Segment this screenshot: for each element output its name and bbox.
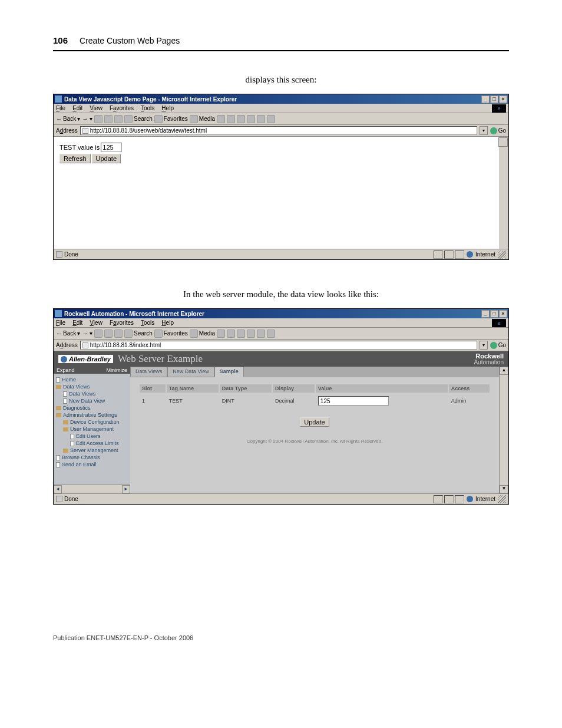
sidebar-item-edit-access[interactable]: Edit Access Limits <box>56 440 128 447</box>
menu-tools[interactable]: Tools <box>141 105 154 111</box>
media-button[interactable]: Media <box>190 115 215 123</box>
window-title: Rockwell Automation - Microsoft Internet… <box>64 311 204 317</box>
sidebar-item-send-email[interactable]: Send an Email <box>56 461 128 468</box>
page-content: TEST value is Refresh Update <box>54 137 508 249</box>
edit-icon[interactable] <box>247 115 255 123</box>
scroll-up-icon[interactable]: ▲ <box>500 367 508 375</box>
tab-data-views[interactable]: Data Views <box>130 367 167 377</box>
go-button[interactable]: Go <box>490 127 506 134</box>
sidebar-item-new-data-view[interactable]: New Data View <box>56 397 128 404</box>
edit-icon[interactable] <box>247 330 255 338</box>
stop-icon[interactable] <box>94 115 103 123</box>
page-icon <box>82 128 88 134</box>
forward-button[interactable]: → ▾ <box>82 116 92 122</box>
media-button[interactable]: Media <box>190 330 215 338</box>
sidebar-item-edit-users[interactable]: Edit Users <box>56 433 128 440</box>
search-button[interactable]: Search <box>124 115 153 123</box>
history-icon[interactable] <box>217 115 225 123</box>
menu-bar: File Edit View Favorites Tools Help e <box>54 104 508 113</box>
discuss-icon[interactable] <box>257 115 265 123</box>
window-title: Data View Javascript Demo Page - Microso… <box>64 96 237 103</box>
messenger-icon[interactable] <box>267 330 275 338</box>
print-icon[interactable] <box>237 115 245 123</box>
update-button[interactable]: Update <box>92 154 121 163</box>
sidebar-item-device-config[interactable]: Device Configuration <box>56 419 128 426</box>
address-bar: Address http://10.88.81.8/user/web/datav… <box>54 125 508 137</box>
sidebar-item-admin[interactable]: Administrative Settings <box>56 411 128 419</box>
menu-view[interactable]: View <box>90 319 103 326</box>
tab-new-data-view[interactable]: New Data View <box>167 367 214 377</box>
minimize-button[interactable]: _ <box>481 95 490 103</box>
minimize-button[interactable]: _ <box>481 310 490 318</box>
address-input[interactable]: http://10.88.81.8/index.html <box>80 341 477 350</box>
titlebar[interactable]: Rockwell Automation - Microsoft Internet… <box>54 309 508 318</box>
history-icon[interactable] <box>217 330 225 338</box>
back-button[interactable]: ← Back ▾ <box>56 330 80 337</box>
sidebar-item-home[interactable]: Home <box>56 376 128 383</box>
maximize-button[interactable]: □ <box>490 95 498 103</box>
close-button[interactable]: × <box>499 310 507 318</box>
menu-file[interactable]: File <box>56 319 65 326</box>
address-dropdown[interactable]: ▾ <box>480 126 488 135</box>
address-input[interactable]: http://10.88.81.8/user/web/dataview/test… <box>80 126 477 135</box>
menu-favorites[interactable]: Favorites <box>110 105 134 111</box>
home-icon[interactable] <box>114 115 123 123</box>
menu-tools[interactable]: Tools <box>141 319 154 326</box>
col-tag-name: Tag Name <box>167 384 219 393</box>
sidebar-item-server-mgmt[interactable]: Server Management <box>56 447 128 454</box>
home-icon[interactable] <box>114 330 123 338</box>
address-dropdown[interactable]: ▾ <box>480 341 488 350</box>
resize-grip[interactable] <box>498 251 506 259</box>
discuss-icon[interactable] <box>257 330 265 338</box>
copyright-text: Copyright © 2004 Rockwell Automation, In… <box>138 439 491 444</box>
print-icon[interactable] <box>237 330 245 338</box>
refresh-icon[interactable] <box>104 115 113 123</box>
menu-edit[interactable]: Edit <box>72 319 82 326</box>
refresh-icon[interactable] <box>104 330 113 338</box>
sidebar: Expand Minimize Home Data Views Data Vie… <box>54 367 130 493</box>
maximize-button[interactable]: □ <box>490 310 498 318</box>
close-button[interactable]: × <box>499 95 507 103</box>
sidebar-item-data-views-sub[interactable]: Data Views <box>56 390 128 397</box>
update-button[interactable]: Update <box>300 417 329 427</box>
titlebar[interactable]: Data View Javascript Demo Page - Microso… <box>54 94 508 104</box>
favorites-button[interactable]: Favorites <box>154 330 188 338</box>
menu-help[interactable]: Help <box>161 105 174 111</box>
sidebar-item-data-views[interactable]: Data Views <box>56 383 128 390</box>
refresh-button[interactable]: Refresh <box>59 154 91 163</box>
mail-icon[interactable] <box>227 115 235 123</box>
sidebar-scrollbar[interactable]: ◄ ► <box>54 485 130 493</box>
scroll-down-icon[interactable]: ▼ <box>500 485 508 493</box>
sidebar-item-user-mgmt[interactable]: User Management <box>56 426 128 433</box>
scroll-right-icon[interactable]: ► <box>122 485 130 493</box>
value-input[interactable] <box>318 396 389 406</box>
resize-grip[interactable] <box>498 495 506 503</box>
toolbar: ← Back ▾ → ▾ Search Favorites Media <box>54 328 508 340</box>
test-value-input[interactable] <box>101 143 122 152</box>
vertical-scrollbar[interactable]: ▲ ▼ <box>499 367 508 493</box>
status-done: Done <box>64 496 78 502</box>
search-button[interactable]: Search <box>124 330 153 338</box>
messenger-icon[interactable] <box>267 115 275 123</box>
menu-edit[interactable]: Edit <box>72 105 82 111</box>
sidebar-item-browse-chassis[interactable]: Browse Chassis <box>56 454 128 461</box>
tab-sample[interactable]: Sample <box>214 367 244 377</box>
favorites-button[interactable]: Favorites <box>154 115 188 123</box>
scroll-left-icon[interactable]: ◄ <box>54 485 62 493</box>
sidebar-item-diagnostics[interactable]: Diagnostics <box>56 404 128 411</box>
cell-display: Decimal <box>273 394 315 408</box>
back-button[interactable]: ← Back ▾ <box>56 116 80 122</box>
mail-icon[interactable] <box>227 330 235 338</box>
menu-favorites[interactable]: Favorites <box>110 319 134 326</box>
expand-link[interactable]: Expand <box>57 367 75 373</box>
go-button[interactable]: Go <box>490 342 506 349</box>
table-header-row: Slot Tag Name Data Type Display Value Ac… <box>140 384 490 393</box>
minimize-link[interactable]: Minimize <box>106 367 127 373</box>
stop-icon[interactable] <box>94 330 103 338</box>
menu-help[interactable]: Help <box>161 319 174 326</box>
menu-view[interactable]: View <box>90 105 103 111</box>
caption-1: displays this screen: <box>53 75 509 85</box>
app-title: Web Server Example <box>118 353 203 365</box>
menu-file[interactable]: File <box>56 105 65 111</box>
forward-button[interactable]: → ▾ <box>82 330 92 337</box>
